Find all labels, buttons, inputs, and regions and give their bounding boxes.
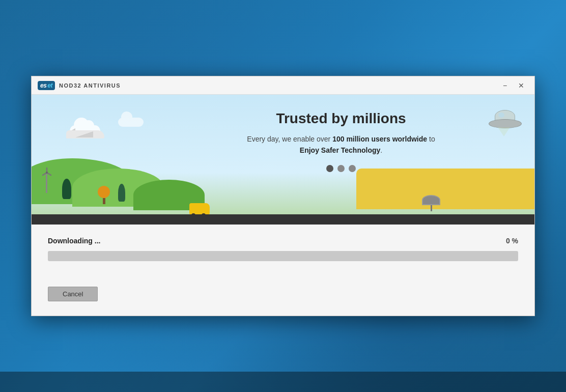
dot-2[interactable] bbox=[337, 165, 345, 172]
close-button[interactable]: ✕ bbox=[514, 80, 528, 91]
banner-content: Trusted by millions Every day, we enable… bbox=[244, 110, 438, 172]
content-area: Downloading ... 0 % Cancel bbox=[32, 225, 534, 316]
window-controls: − ✕ bbox=[498, 80, 528, 91]
banner-subtitle: Every day, we enable over 100 million us… bbox=[244, 133, 438, 156]
subtitle-bold-1: 100 million users worldwide bbox=[332, 135, 427, 143]
satellite-dish bbox=[422, 195, 440, 210]
ufo-icon bbox=[489, 110, 522, 138]
cancel-button[interactable]: Cancel bbox=[48, 287, 98, 301]
bus-vehicle bbox=[189, 203, 210, 214]
eset-badge: es et bbox=[38, 81, 55, 90]
subtitle-bold-2: Enjoy Safer Technology bbox=[300, 146, 380, 154]
dark-tree-shape-2 bbox=[118, 184, 125, 202]
subtitle-end: . bbox=[380, 146, 382, 154]
app-logo: es et NOD32 ANTIVIRUS bbox=[38, 81, 121, 90]
airplane-icon bbox=[66, 126, 107, 141]
dot-1[interactable] bbox=[326, 165, 333, 172]
dot-3[interactable] bbox=[349, 165, 356, 172]
orange-tree bbox=[98, 186, 110, 204]
application-window: es et NOD32 ANTIVIRUS − ✕ bbox=[31, 76, 535, 316]
dish-bowl bbox=[422, 195, 440, 205]
orange-tree-ball bbox=[98, 186, 110, 198]
ground bbox=[32, 169, 534, 225]
download-percent: 0 % bbox=[506, 237, 518, 245]
dark-tree-1 bbox=[62, 179, 71, 199]
ufo-beam bbox=[498, 127, 510, 136]
svg-point-3 bbox=[46, 172, 48, 174]
app-title: NOD32 ANTIVIRUS bbox=[59, 82, 121, 89]
carousel-dots bbox=[244, 165, 438, 172]
progress-bar-background bbox=[48, 251, 518, 261]
banner: Trusted by millions Every day, we enable… bbox=[32, 95, 534, 225]
orange-tree-trunk bbox=[103, 198, 105, 204]
cloud-2 bbox=[118, 118, 144, 127]
subtitle-plain-2: to bbox=[427, 135, 435, 143]
dark-tree-2 bbox=[118, 184, 125, 202]
dark-tree-shape bbox=[62, 179, 71, 199]
minimize-button[interactable]: − bbox=[498, 80, 512, 91]
download-row: Downloading ... 0 % bbox=[48, 237, 518, 245]
cancel-area: Cancel bbox=[48, 287, 518, 301]
download-label: Downloading ... bbox=[48, 237, 100, 245]
yellow-field bbox=[356, 169, 534, 209]
subtitle-plain-1: Every day, we enable over bbox=[247, 135, 332, 143]
eset-logo-es: es bbox=[40, 82, 46, 89]
title-bar: es et NOD32 ANTIVIRUS − ✕ bbox=[32, 76, 534, 95]
banner-title: Trusted by millions bbox=[244, 110, 438, 127]
road bbox=[32, 214, 534, 225]
wind-turbine bbox=[46, 173, 47, 193]
dish-stem bbox=[431, 205, 432, 211]
eset-logo-et: et bbox=[47, 82, 52, 89]
